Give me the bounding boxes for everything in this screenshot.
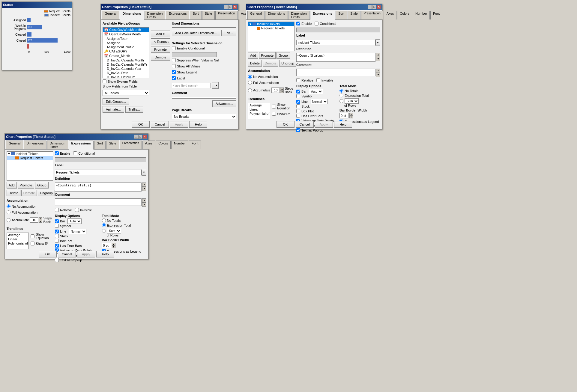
d2-symbol-chk[interactable] xyxy=(296,94,300,98)
d3-bar-chk[interactable] xyxy=(55,219,59,223)
field-item-9[interactable]: D_InvCal.CalendarYear xyxy=(103,67,149,71)
animate-btn[interactable]: Animate... xyxy=(103,106,124,113)
d3-tree-request[interactable]: Request Tickets xyxy=(7,156,53,160)
show-fields-from-select[interactable]: All Tables xyxy=(103,90,149,96)
dialog2-maximize[interactable]: □ xyxy=(372,5,376,9)
d2-tab-axes[interactable]: Axes xyxy=(384,11,396,19)
field-item-8[interactable]: D_InvCal.CalendarMonthYr xyxy=(103,62,149,67)
d3-trend-avg[interactable]: Average xyxy=(7,233,28,237)
d2-border-up[interactable]: ▲ xyxy=(349,113,353,116)
d3-tab-dim-limits[interactable]: Dimension Limits xyxy=(47,141,68,149)
d3-accum-steps-radio[interactable] xyxy=(7,218,10,222)
d3-relative-chk[interactable] xyxy=(55,208,59,212)
d3-text-popup-chk[interactable] xyxy=(55,258,59,262)
d3-tab-presentation[interactable]: Presentation xyxy=(120,141,142,149)
d2-line-chk[interactable] xyxy=(296,100,300,104)
d3-enable-chk[interactable] xyxy=(55,151,59,155)
d2-label-btn[interactable]: ▼ xyxy=(375,39,380,46)
tab-expressions[interactable]: Expressions xyxy=(166,11,189,19)
remove-btn[interactable]: < Remove xyxy=(151,38,170,45)
d2-trend-avg[interactable]: Average xyxy=(248,103,270,107)
d2-enable-chk[interactable] xyxy=(296,22,300,25)
d3-comment-down[interactable]: ▼ xyxy=(142,203,146,207)
apply-btn-3[interactable]: Apply xyxy=(77,251,95,257)
d3-line-style-select[interactable]: Normal xyxy=(69,229,86,234)
d2-trend-poly[interactable]: Polynomial of 2nd d... xyxy=(248,111,270,116)
d2-bar-border-input[interactable] xyxy=(339,113,348,118)
edit-dim-btn[interactable]: Edit... xyxy=(221,30,236,36)
d3-trend-linear[interactable]: Linear xyxy=(7,237,28,241)
apply-btn-2[interactable]: Apply xyxy=(315,121,333,128)
demote-btn[interactable]: Demote xyxy=(151,54,170,61)
d3-show-eq-chk[interactable] xyxy=(31,234,34,238)
d3-tab-general[interactable]: General xyxy=(6,141,23,149)
d2-delete-btn[interactable]: Delete xyxy=(248,60,262,67)
d2-tab-number[interactable]: Number xyxy=(413,11,430,19)
d2-show-eq-chk[interactable] xyxy=(272,105,276,108)
d2-invisible-chk[interactable] xyxy=(316,78,320,82)
d3-errorbars-chk[interactable] xyxy=(55,244,59,248)
trellis-btn[interactable]: Trellis... xyxy=(125,106,143,113)
field-item-10[interactable]: D_InvCal.Date xyxy=(103,71,149,75)
d3-tab-number[interactable]: Number xyxy=(171,141,188,149)
d2-line-style-select[interactable]: Normal xyxy=(310,99,328,104)
cancel-btn-3[interactable]: Cancel xyxy=(58,251,76,257)
field-item-2[interactable]: AssignedTeam xyxy=(103,37,149,41)
add-calculated-btn[interactable]: Add Calculated Dimension... xyxy=(172,30,220,36)
suppress-null-chk[interactable] xyxy=(172,58,176,62)
d3-spin-up[interactable]: ▲ xyxy=(39,217,42,220)
d2-demote-btn[interactable]: Demote xyxy=(263,60,279,67)
d3-expr-total-radio[interactable] xyxy=(102,223,106,227)
d3-expression-tree[interactable]: ▼ Incident Tickets Request Tickets xyxy=(7,151,53,181)
field-item-1[interactable]: 📅 OpenDayWeekMonth xyxy=(103,32,149,37)
edit-groups-btn[interactable]: Edit Groups... xyxy=(103,98,129,105)
d2-no-accum-radio[interactable] xyxy=(248,75,252,79)
d2-comment-up[interactable]: ▲ xyxy=(376,69,380,73)
d2-definition-textarea[interactable]: =Count(Status) xyxy=(296,53,375,62)
d2-errorbars-chk[interactable] xyxy=(296,114,300,118)
ok-btn-3[interactable]: OK xyxy=(39,251,57,257)
d2-expression-tree[interactable]: ▼ Incident Tickets Request Tickets xyxy=(248,22,294,51)
dialog1-close[interactable]: ✕ xyxy=(233,5,237,9)
d3-definition-textarea[interactable]: =Count(req_Status) xyxy=(55,183,142,192)
d2-tab-sort[interactable]: Sort xyxy=(336,11,347,19)
d2-comment-down[interactable]: ▼ xyxy=(376,73,380,77)
tab-dimensions[interactable]: Dimensions xyxy=(120,11,144,20)
d2-add-btn[interactable]: Add xyxy=(248,52,258,59)
d2-show-r2-chk[interactable] xyxy=(272,112,276,116)
field-item-3[interactable]: Assignee xyxy=(103,41,149,45)
label-chk[interactable] xyxy=(172,76,176,80)
page-breaks-select[interactable]: No Breaks xyxy=(172,114,236,119)
d3-add-btn[interactable]: Add xyxy=(7,182,17,189)
d3-tree-incident[interactable]: ▼ Incident Tickets xyxy=(7,152,53,156)
comment-textarea-1[interactable] xyxy=(172,97,236,99)
d3-conditional-input[interactable] xyxy=(55,157,146,162)
d2-tab-style[interactable]: Style xyxy=(348,11,360,19)
d2-tree-incident[interactable]: ▼ Incident Tickets xyxy=(248,22,294,26)
d3-sum-select[interactable]: Sum xyxy=(107,228,121,233)
d3-group-btn[interactable]: Group xyxy=(35,182,49,189)
d3-bar-border-input[interactable] xyxy=(102,243,111,248)
d2-bar-style-select[interactable]: Auto xyxy=(309,89,323,94)
d3-border-up[interactable]: ▲ xyxy=(112,243,115,245)
d2-boxplot-chk[interactable] xyxy=(296,109,300,113)
d3-comment-up[interactable]: ▲ xyxy=(142,198,146,203)
field-name-input[interactable] xyxy=(172,83,211,88)
help-btn-3[interactable]: Help xyxy=(96,251,114,257)
d3-tab-colors[interactable]: Colors xyxy=(156,141,171,149)
field-item-0[interactable]: 📅 CloseDayWeekMonth xyxy=(103,28,149,32)
d2-tab-dim-limits[interactable]: Dimension Limits xyxy=(288,11,309,19)
d3-label-btn[interactable]: ▼ xyxy=(142,169,146,176)
d3-trend-poly[interactable]: Polynomial of 2nd d... xyxy=(7,241,28,245)
d2-relative-chk[interactable] xyxy=(296,78,300,82)
d3-tab-axes[interactable]: Axes xyxy=(142,141,155,149)
dialog3-minimize[interactable]: _ xyxy=(134,135,138,139)
d3-bar-style-select[interactable]: Auto xyxy=(67,218,82,224)
d2-conditional-chk[interactable] xyxy=(315,22,318,25)
d2-tab-font[interactable]: Font xyxy=(430,11,442,19)
field-item-11[interactable]: D_InvCal.DateNum xyxy=(103,75,149,78)
d3-spin-down[interactable]: ▼ xyxy=(39,220,42,223)
d2-trendlines-list[interactable]: Average Linear Polynomial of 2nd d... xyxy=(248,103,270,119)
d2-tab-general[interactable]: General xyxy=(247,11,265,19)
tab-sort[interactable]: Sort xyxy=(190,11,201,19)
